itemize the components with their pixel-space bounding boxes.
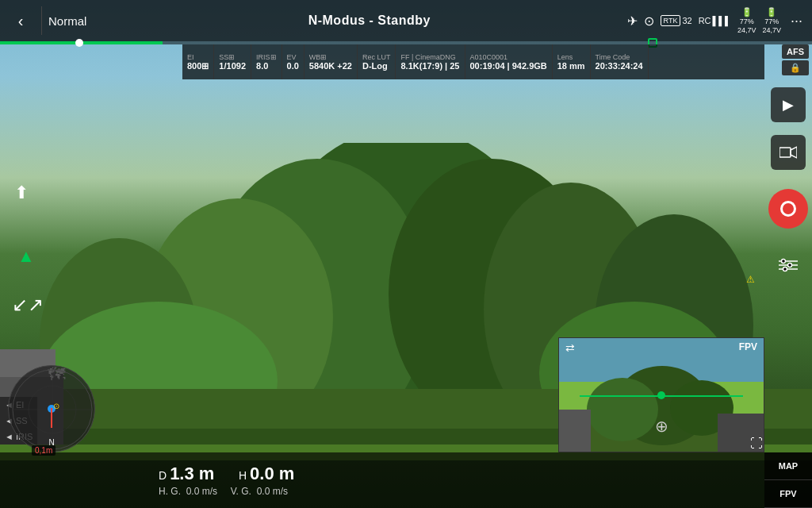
ff-value: 8.1K(17:9) | 25 xyxy=(400,61,459,71)
ss-value: 1/1092 xyxy=(219,61,246,71)
wb-param[interactable]: WB⊞ 5840K +22 xyxy=(304,44,358,79)
right-sidebar: ▶ ⚠ xyxy=(764,79,812,283)
compass-inner: ⊙ N xyxy=(9,366,94,452)
h-label: H xyxy=(239,469,247,482)
top-bar: ‹ Normal N-Modus - Standby ✈ ⊙ RTK 32 RC… xyxy=(0,0,812,41)
fpv-toggle-button[interactable]: FPV xyxy=(764,480,812,508)
ss-label: SS⊞ xyxy=(219,53,246,61)
afs-ae-panel: AFS 🔒 xyxy=(782,44,809,75)
svg-point-20 xyxy=(788,264,792,267)
mode-label[interactable]: Normal xyxy=(48,14,112,28)
h-value: 0.0 m xyxy=(250,464,294,483)
ff-label: FF | CinemaDNG xyxy=(400,53,459,61)
clip-value: 00:19:04 | 942.9GB xyxy=(470,61,547,71)
wb-value: 5840K +22 xyxy=(309,61,352,71)
wb-label: WB⊞ xyxy=(309,53,352,61)
ss-param[interactable]: SS⊞ 1/1092 xyxy=(214,44,251,79)
lens-label: Lens xyxy=(557,53,585,61)
camera-params-bar: EI 800⊞ SS⊞ 1/1092 IRIS⊞ 8.0 EV 0.0 WB⊞ … xyxy=(182,44,764,79)
sliders-icon xyxy=(779,258,798,272)
route-button[interactable]: ↙↗ xyxy=(12,294,44,316)
home-point-marker: ⊙ xyxy=(53,402,59,410)
tc-label: Time Code xyxy=(596,53,643,61)
hg-value: 0.0 m/s xyxy=(186,486,217,497)
d-value: 1.3 m xyxy=(170,464,214,483)
clip-label: A010C0001 xyxy=(470,53,547,61)
reclut-value: D-Log xyxy=(362,61,391,71)
distance-warning: 0,1m xyxy=(32,445,56,456)
compass-circle[interactable]: ⊙ N xyxy=(8,365,95,452)
compass-area: ⊙ N 0,1m xyxy=(8,357,103,452)
svg-marker-15 xyxy=(791,147,797,158)
fullscreen-button[interactable]: ⛶ xyxy=(750,437,763,451)
svg-point-19 xyxy=(782,260,786,264)
svg-point-3 xyxy=(143,198,333,437)
map-toggle-button[interactable]: MAP xyxy=(764,452,812,480)
rc-label: RC xyxy=(699,16,711,25)
rtk-status: RTK 32 xyxy=(661,15,692,26)
back-button[interactable]: ‹ xyxy=(6,6,35,35)
vg-label: V. G. xyxy=(231,486,251,497)
gimbal-icon: ⊙ xyxy=(644,13,654,29)
north-arrow-icon: ▲ xyxy=(17,246,35,267)
battery-icon-2: 🔋 xyxy=(766,7,777,17)
distance-block: D1.3 m H0.0 m H. G. 0.0 m/s V. G. 0.0 m/… xyxy=(159,464,294,497)
playback-button[interactable]: ▶ xyxy=(771,87,806,122)
d-label: D xyxy=(159,469,167,482)
yellow-warning-icon: ⚠ xyxy=(746,274,755,285)
mini-view-label: FPV xyxy=(739,341,757,352)
svg-point-30 xyxy=(587,378,658,441)
rtk-label: RTK xyxy=(661,15,681,26)
hg-label: H. G. xyxy=(159,486,181,497)
divider xyxy=(41,6,42,35)
video-icon xyxy=(779,146,797,159)
svg-point-0 xyxy=(263,143,549,444)
clip-param[interactable]: A010C0001 00:19:04 | 942.9GB xyxy=(465,44,553,79)
distance-display: D1.3 m H0.0 m xyxy=(159,464,294,484)
reclut-param[interactable]: Rec LUT D-Log xyxy=(358,44,396,79)
record-button[interactable] xyxy=(768,189,808,229)
bottom-bar: D1.3 m H0.0 m H. G. 0.0 m/s V. G. 0.0 m/… xyxy=(0,452,812,508)
ei-label: EI xyxy=(187,53,209,61)
afs-button[interactable]: AFS xyxy=(782,44,809,59)
svg-point-21 xyxy=(783,267,787,271)
compass-heading-line xyxy=(51,408,52,428)
iris-param[interactable]: IRIS⊞ 8.0 xyxy=(251,44,282,79)
rtk-value: 32 xyxy=(682,16,691,25)
upload-button[interactable]: ⬆ xyxy=(14,183,29,203)
ff-param[interactable]: FF | CinemaDNG 8.1K(17:9) | 25 xyxy=(396,44,465,79)
lens-value: 18 mm xyxy=(557,61,585,71)
vg-value: 0.0 m/s xyxy=(257,486,288,497)
battery-1-v: 24,7V xyxy=(737,26,756,35)
iris-value: 8.0 xyxy=(256,61,277,71)
reclut-label: Rec LUT xyxy=(362,53,391,61)
lens-param[interactable]: Lens 18 mm xyxy=(553,44,591,79)
mini-horizon-dot xyxy=(657,391,665,399)
ae-lock-button[interactable]: 🔒 xyxy=(782,60,809,75)
battery-1-pct: 77% xyxy=(740,17,754,26)
status-bar: ✈ ⊙ RTK 32 RC ▌▌▌ 🔋 77% 24,7V 🔋 77% 24,7… xyxy=(627,7,806,35)
svg-point-1 xyxy=(206,159,428,444)
tc-param[interactable]: Time Code 20:33:24:24 xyxy=(591,44,649,79)
battery-icon-1: 🔋 xyxy=(741,7,753,17)
camera-settings-button[interactable] xyxy=(771,248,806,283)
iris-label: IRIS⊞ xyxy=(256,53,277,61)
svg-rect-14 xyxy=(779,148,791,157)
speed-display: H. G. 0.0 m/s V. G. 0.0 m/s xyxy=(159,486,294,497)
ev-label: EV xyxy=(287,53,299,61)
drone-icon: ✈ xyxy=(627,13,638,29)
battery-1: 🔋 77% 24,7V xyxy=(737,7,756,35)
rc-signal: RC ▌▌▌ xyxy=(699,16,731,25)
mini-switch-button[interactable]: ⇄ xyxy=(565,341,575,354)
ei-param[interactable]: EI 800⊞ xyxy=(182,44,214,79)
mini-fpv-view[interactable]: ⇄ FPV ⊕ xyxy=(558,337,764,452)
battery-2-v: 24,7V xyxy=(762,26,781,35)
rc-bars: ▌▌▌ xyxy=(713,16,731,25)
progress-dot-left xyxy=(75,39,83,47)
video-button[interactable] xyxy=(771,135,806,170)
ev-param[interactable]: EV 0.0 xyxy=(282,44,304,79)
map-fpv-panel: MAP FPV xyxy=(764,452,812,508)
flight-mode-title: N-Modus - Standby xyxy=(112,13,627,28)
more-menu-button[interactable]: ··· xyxy=(787,13,806,29)
battery-2: 🔋 77% 24,7V xyxy=(762,7,781,35)
